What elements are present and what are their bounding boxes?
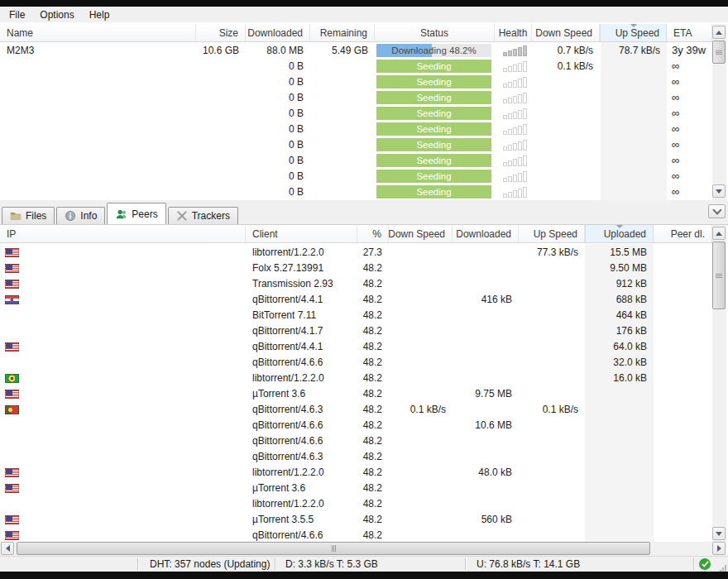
peer-percent-cell: 48.2: [357, 529, 389, 541]
peer-row[interactable]: µTorrent 3.5.5 48.2 560 kB: [0, 511, 712, 527]
peer-client-cell: qBittorrent/4.6.6: [246, 419, 357, 431]
statusbar-divider: [465, 558, 467, 570]
arrow-right-icon: [717, 545, 721, 552]
peer-row[interactable]: µTorrent 3.6 48.2: [0, 480, 712, 495]
scroll-down-button[interactable]: [712, 184, 726, 198]
torrent-row[interactable]: 0 B Seeding ∞: [0, 121, 712, 136]
column-header-remaining[interactable]: Remaining: [310, 24, 375, 41]
peer-uploaded-cell: 464 kB: [585, 309, 654, 321]
tab-files[interactable]: Files: [2, 207, 55, 224]
peer-row[interactable]: libtorrent/1.2.2.0 48.2: [0, 495, 712, 511]
peer-percent-cell: 48.2: [357, 278, 389, 290]
column-header-size[interactable]: Size: [196, 24, 246, 41]
tab-peers[interactable]: Peers: [107, 203, 165, 224]
flag-br-icon: [5, 374, 19, 383]
peer-row[interactable]: libtorrent/1.2.2.0 48.2 16.0 kB: [0, 370, 712, 385]
torrent-row[interactable]: 0 B Seeding ∞: [0, 184, 712, 199]
status-label: Seeding: [376, 107, 491, 120]
column-header-downloaded[interactable]: Downloaded: [246, 24, 310, 41]
peer-uploaded-cell: 9.50 MB: [585, 262, 654, 274]
status-progress-bar: Seeding: [376, 75, 491, 89]
tab-trackers[interactable]: Trackers: [168, 207, 238, 224]
torrent-list-vscrollbar[interactable]: [712, 24, 726, 200]
menu-options[interactable]: Options: [32, 7, 81, 22]
torrent-downloaded-cell: 0 B: [246, 170, 310, 182]
peer-uploaded-cell: 64.0 kB: [585, 341, 654, 352]
column-header-downloaded[interactable]: Downloaded: [453, 225, 519, 242]
peer-row[interactable]: qBittorrent/4.6.6 48.2: [0, 433, 712, 448]
tab-info[interactable]: Info: [56, 207, 105, 224]
status-progress-bar: Seeding: [376, 170, 491, 183]
peer-list-hscrollbar[interactable]: [0, 542, 726, 556]
peer-list-vscrollbar[interactable]: [712, 225, 726, 542]
peer-row[interactable]: qBittorrent/4.4.1 48.2 64.0 kB: [0, 338, 712, 354]
arrow-up-icon: [716, 31, 722, 35]
column-header-ip[interactable]: IP: [0, 225, 246, 242]
column-header-label: IP: [7, 228, 16, 240]
column-header-label: Downloaded: [456, 228, 511, 240]
column-header-uploaded[interactable]: Uploaded: [585, 225, 654, 242]
torrent-row[interactable]: 0 B Seeding ∞: [0, 89, 712, 105]
torrent-eta-cell: ∞: [667, 91, 712, 103]
column-header-client[interactable]: Client: [246, 225, 357, 242]
peer-row[interactable]: BitTorrent 7.11 48.2 464 kB: [0, 307, 712, 323]
status-label: Downloading 48.2%: [376, 44, 491, 57]
torrent-status-cell: Downloading 48.2%: [375, 44, 495, 57]
status-label: Seeding: [376, 91, 491, 104]
torrent-downloaded-cell: 0 B: [246, 92, 310, 103]
scroll-up-button[interactable]: [712, 26, 726, 39]
flag-hr-icon: [5, 295, 19, 304]
menu-help[interactable]: Help: [82, 7, 117, 22]
peer-uploaded-cell: 15.5 MB: [585, 246, 654, 258]
peer-percent-cell: 48.2: [357, 388, 389, 400]
column-header-health[interactable]: Health: [495, 24, 532, 41]
scroll-up-button[interactable]: [712, 227, 726, 240]
statusbar-divider: [137, 558, 139, 570]
peer-row[interactable]: qBittorrent/4.6.3 48.2: [0, 448, 712, 464]
peer-row[interactable]: qBittorrent/4.1.7 48.2 176 kB: [0, 323, 712, 338]
column-header-status[interactable]: Status: [375, 24, 495, 41]
torrent-row[interactable]: 0 B Seeding 0.1 kB/s ∞: [0, 58, 712, 74]
torrent-eta-cell: ∞: [667, 170, 712, 182]
peer-percent-cell: 48.2: [357, 309, 389, 321]
torrent-row[interactable]: 0 B Seeding ∞: [0, 136, 712, 152]
column-header-name[interactable]: Name: [0, 24, 196, 41]
scroll-right-button[interactable]: [712, 542, 726, 555]
peer-row[interactable]: qBittorrent/4.6.6 48.2 10.6 MB: [0, 417, 712, 433]
flag-us-icon: [5, 468, 19, 477]
torrent-row[interactable]: 0 B Seeding ∞: [0, 74, 712, 89]
torrent-row[interactable]: 0 B Seeding ∞: [0, 168, 712, 184]
column-header-up-speed[interactable]: Up Speed: [519, 225, 585, 242]
column-header-down-speed[interactable]: Down Speed: [532, 24, 600, 41]
column-header-percent[interactable]: %: [357, 225, 389, 242]
scroll-down-button[interactable]: [712, 527, 726, 540]
torrent-row[interactable]: M2M3 10.6 GB 88.0 MB 5.49 GB Downloading…: [0, 42, 712, 58]
peer-row[interactable]: Folx 5.27.13991 48.2 9.50 MB: [0, 260, 712, 275]
peer-row[interactable]: qBittorrent/4.6.6 48.2 32.0 kB: [0, 354, 712, 370]
peer-row[interactable]: qBittorrent/4.6.3 48.2 0.1 kB/s 0.1 kB/s: [0, 401, 712, 417]
column-header-peer-dl[interactable]: Peer dl.: [654, 225, 712, 242]
scroll-thumb[interactable]: [712, 41, 726, 64]
peer-percent-cell: 48.2: [357, 341, 389, 352]
menu-file[interactable]: File: [2, 7, 32, 22]
torrent-downloaded-cell: 0 B: [246, 123, 310, 135]
peer-row[interactable]: µTorrent 3.6 48.2 9.75 MB: [0, 385, 712, 401]
peer-row[interactable]: libtorrent/1.2.2.0 48.2 48.0 kB: [0, 464, 712, 480]
collapse-detail-button[interactable]: [708, 204, 726, 218]
peer-row[interactable]: Transmission 2.93 48.2 912 kB: [0, 275, 712, 291]
column-header-down-speed[interactable]: Down Speed: [389, 225, 453, 242]
torrent-status-cell: Seeding: [375, 170, 495, 183]
column-header-eta[interactable]: ETA: [667, 24, 712, 41]
peer-row[interactable]: qBittorrent/4.4.1 48.2 416 kB 688 kB: [0, 291, 712, 307]
column-header-up-speed[interactable]: Up Speed: [600, 24, 667, 41]
scroll-thumb[interactable]: [712, 242, 726, 309]
column-header-label: Up Speed: [534, 228, 577, 240]
scroll-thumb[interactable]: [17, 542, 650, 555]
peer-row[interactable]: libtorrent/1.2.2.0 27.3 77.3 kB/s 15.5 M…: [0, 244, 712, 260]
torrent-row[interactable]: 0 B Seeding ∞: [0, 152, 712, 168]
window-bottom-edge: [0, 572, 728, 579]
peer-row[interactable]: qBittorrent/4.6.6 48.2: [0, 527, 712, 542]
torrent-row[interactable]: 0 B Seeding ∞: [0, 105, 712, 121]
scroll-left-button[interactable]: [1, 542, 14, 555]
peer-uploaded-cell: 912 kB: [585, 278, 654, 290]
